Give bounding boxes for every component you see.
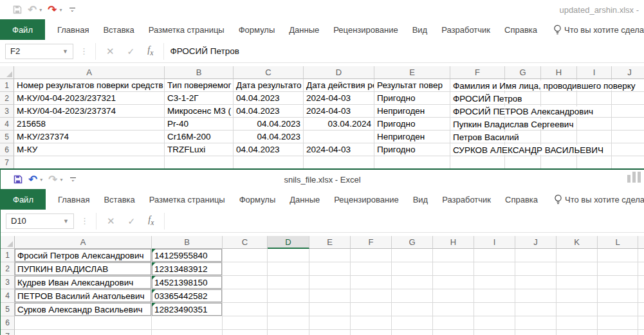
cell-F2[interactable]: ФРОСИЙ Петров bbox=[450, 92, 505, 105]
cell-C3[interactable]: 04.04.2023 bbox=[234, 105, 304, 118]
cell-B5[interactable]: 12823490351 bbox=[152, 303, 223, 316]
row-header-1[interactable]: 1 bbox=[1, 249, 15, 262]
ribbon-tab-file[interactable]: Файл bbox=[1, 189, 46, 210]
ribbon-tab-0[interactable]: Главная bbox=[51, 189, 97, 210]
row-header-5[interactable]: 5 bbox=[0, 131, 14, 143]
column-header-L[interactable]: L bbox=[598, 236, 638, 249]
cell-F2[interactable] bbox=[351, 262, 392, 276]
cell-J6[interactable] bbox=[612, 143, 644, 156]
row-header-7[interactable]: 7 bbox=[0, 156, 14, 168]
cell-J3[interactable] bbox=[515, 276, 557, 289]
cell-K6[interactable] bbox=[557, 316, 598, 330]
cell-E7[interactable] bbox=[309, 330, 351, 335]
row-header-2[interactable]: 2 bbox=[0, 92, 14, 105]
column-header-F[interactable]: F bbox=[351, 236, 392, 249]
column-header-C[interactable]: C bbox=[234, 66, 304, 79]
cell-x1[interactable] bbox=[638, 249, 644, 262]
column-header-F[interactable]: F bbox=[450, 66, 505, 79]
name-box[interactable]: D10 ▼ bbox=[6, 213, 74, 229]
cell-H5[interactable] bbox=[541, 131, 577, 143]
cell-A3[interactable]: М-КУ/04-04-2023/237374 bbox=[14, 105, 165, 118]
cell-I4[interactable] bbox=[577, 118, 612, 131]
cell-A2[interactable]: ПУПКИН ВЛАДИСЛАВ bbox=[15, 262, 152, 276]
column-header-C[interactable]: C bbox=[223, 236, 268, 249]
cell-E2[interactable]: Пригодно bbox=[374, 92, 450, 105]
ribbon-tab-6[interactable]: Вид bbox=[406, 189, 436, 210]
cell-C6[interactable]: 04.04.2023 bbox=[234, 143, 304, 156]
cell-A5[interactable]: М-КУ/237374 bbox=[14, 131, 165, 143]
cell-E2[interactable] bbox=[309, 262, 351, 276]
ribbon-tab-2[interactable]: Разметка страницы bbox=[142, 19, 232, 40]
ribbon-tab-7[interactable]: Разработчик bbox=[435, 189, 498, 210]
cell-E3[interactable] bbox=[309, 276, 351, 289]
cell-B1[interactable]: Тип поверяемог bbox=[165, 79, 234, 92]
cell-A3[interactable]: Кудрев Иван Александрович bbox=[15, 276, 152, 289]
cancel-icon[interactable]: ✕ bbox=[107, 215, 115, 227]
row-header-6[interactable]: 6 bbox=[0, 143, 14, 156]
column-header-A[interactable]: A bbox=[14, 66, 165, 79]
row-header-4[interactable]: 4 bbox=[0, 118, 14, 131]
cell-A4[interactable]: 215658 bbox=[14, 118, 165, 131]
row-header-1[interactable]: 1 bbox=[0, 79, 14, 92]
cell-A7[interactable] bbox=[14, 156, 165, 168]
cell-J7[interactable] bbox=[612, 156, 644, 168]
column-header-D[interactable]: D bbox=[268, 236, 309, 249]
cell-I2[interactable] bbox=[577, 92, 612, 105]
cell-G7[interactable] bbox=[392, 330, 433, 335]
cell-F5[interactable]: Петров Василий bbox=[450, 131, 505, 143]
ribbon-tab-8[interactable]: Справка bbox=[498, 189, 545, 210]
name-box-dropdown-icon[interactable]: ▼ bbox=[63, 218, 69, 224]
cell-B6[interactable] bbox=[152, 316, 223, 330]
cell-I5[interactable] bbox=[474, 303, 515, 316]
cell-A1[interactable]: Фросий Петров Александрович bbox=[15, 249, 152, 262]
column-header-I[interactable]: I bbox=[577, 66, 612, 79]
cell-E1[interactable]: Результат повер bbox=[374, 79, 450, 92]
cell-F7[interactable] bbox=[450, 156, 505, 168]
cell-E4[interactable]: Пригодно bbox=[374, 118, 450, 131]
cell-C4[interactable] bbox=[223, 289, 268, 303]
row-header-4[interactable]: 4 bbox=[1, 289, 15, 303]
cell-F3[interactable]: ФРОСИЙ ПЕТРОВ Александрович bbox=[450, 105, 505, 118]
cell-D6[interactable]: 2024-04-03 bbox=[304, 143, 374, 156]
row-header-3[interactable]: 3 bbox=[0, 105, 14, 118]
cell-B4[interactable]: Pr-40 bbox=[165, 118, 234, 131]
cell-E5[interactable] bbox=[309, 303, 351, 316]
cell-D2[interactable] bbox=[268, 262, 309, 276]
cell-I7[interactable] bbox=[577, 156, 612, 168]
cell-C5[interactable]: 04.04.2023 bbox=[234, 131, 304, 143]
cell-D5[interactable] bbox=[268, 303, 309, 316]
cell-G1[interactable] bbox=[392, 249, 433, 262]
cell-I1[interactable] bbox=[474, 249, 515, 262]
cell-J6[interactable] bbox=[515, 316, 557, 330]
cell-G3[interactable] bbox=[392, 276, 433, 289]
ribbon-tab-4[interactable]: Данные bbox=[282, 19, 326, 40]
cell-A5[interactable]: Сурков Александр Васильевич bbox=[15, 303, 152, 316]
enter-icon[interactable]: ✓ bbox=[128, 216, 136, 226]
cell-E6[interactable]: Пригодно bbox=[374, 143, 450, 156]
cell-J2[interactable] bbox=[515, 262, 557, 276]
cell-L2[interactable] bbox=[598, 262, 638, 276]
column-header-E[interactable]: E bbox=[374, 66, 450, 79]
cell-H1[interactable] bbox=[433, 249, 474, 262]
insert-function-icon[interactable]: fx bbox=[147, 45, 153, 57]
cell-C2[interactable]: 04.04.2023 bbox=[234, 92, 304, 105]
cell-x5[interactable] bbox=[638, 303, 644, 316]
redo-dropdown-icon[interactable]: ▾ bbox=[60, 177, 63, 183]
row-header-3[interactable]: 3 bbox=[1, 276, 15, 289]
cell-E4[interactable] bbox=[309, 289, 351, 303]
cell-A6[interactable] bbox=[15, 316, 152, 330]
cell-B2[interactable]: 12313483912 bbox=[152, 262, 223, 276]
cell-K4[interactable] bbox=[557, 289, 598, 303]
ribbon-tab-1[interactable]: Вставка bbox=[97, 189, 142, 210]
column-header-J[interactable]: J bbox=[612, 66, 644, 79]
cell-B2[interactable]: С3-1-2Г bbox=[165, 92, 234, 105]
cell-G4[interactable] bbox=[392, 289, 433, 303]
cell-L5[interactable] bbox=[598, 303, 638, 316]
cell-B4[interactable]: 03365442582 bbox=[152, 289, 223, 303]
cell-C7[interactable] bbox=[234, 156, 304, 168]
cell-F1[interactable] bbox=[351, 249, 392, 262]
cell-C2[interactable] bbox=[223, 262, 268, 276]
cell-D5[interactable] bbox=[304, 131, 374, 143]
cell-D6[interactable] bbox=[268, 316, 309, 330]
cell-x7[interactable] bbox=[638, 330, 644, 335]
